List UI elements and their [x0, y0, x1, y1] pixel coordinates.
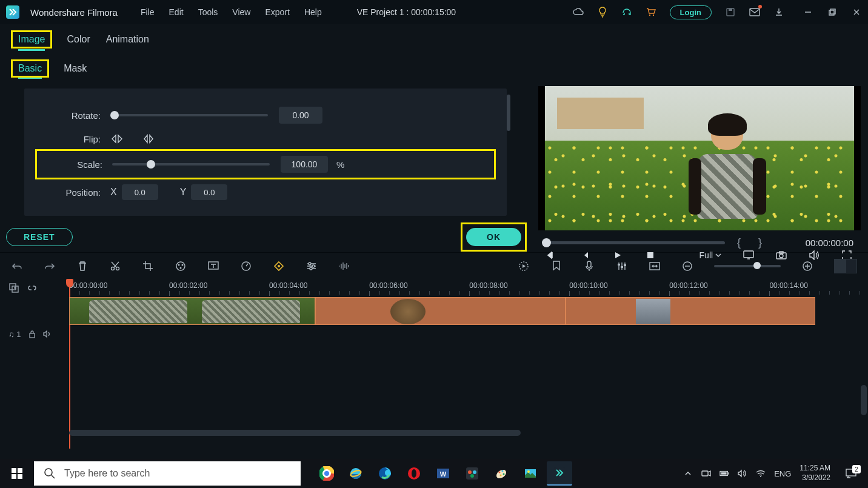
tray-notifications-icon[interactable]: 2: [839, 461, 863, 486]
display-icon[interactable]: [743, 249, 754, 261]
taskbar-resolve-icon[interactable]: [459, 461, 485, 486]
taskbar-ie-icon[interactable]: [343, 461, 369, 486]
undo-icon[interactable]: [11, 260, 23, 272]
clip-3[interactable]: [566, 297, 816, 325]
pos-x-value[interactable]: 0.0: [122, 184, 158, 200]
adjust-icon[interactable]: [305, 260, 318, 272]
svg-text:W: W: [440, 470, 447, 478]
preview-seekbar[interactable]: [543, 241, 725, 244]
color-icon[interactable]: [175, 260, 187, 272]
menu-view[interactable]: View: [232, 7, 250, 17]
tray-lang[interactable]: ENG: [774, 469, 791, 478]
redo-icon[interactable]: [44, 260, 56, 272]
render-icon[interactable]: [518, 260, 530, 272]
scale-slider[interactable]: [112, 163, 270, 165]
cut-icon[interactable]: [109, 260, 121, 272]
taskbar-photos-icon[interactable]: [518, 461, 543, 486]
menu-export[interactable]: Export: [265, 7, 289, 17]
tray-volume-icon[interactable]: [738, 469, 747, 478]
svg-point-56: [502, 470, 504, 472]
tray-battery-icon[interactable]: [719, 469, 729, 478]
taskbar-opera-icon[interactable]: [401, 461, 427, 486]
menu-edit[interactable]: Edit: [169, 7, 184, 17]
timeline-view-toggle[interactable]: [834, 259, 857, 273]
audio-track[interactable]: [69, 353, 863, 379]
quality-select[interactable]: Full: [699, 250, 722, 260]
zoom-in-icon[interactable]: [801, 260, 813, 272]
reset-button[interactable]: RESET: [6, 228, 73, 246]
taskbar-paint-icon[interactable]: [489, 461, 514, 486]
svg-line-38: [52, 475, 55, 478]
fit-icon[interactable]: [649, 260, 661, 272]
preview-canvas[interactable]: [538, 86, 861, 230]
snapshot-icon[interactable]: [776, 249, 787, 261]
maximize-icon[interactable]: [827, 7, 838, 18]
tab-animation[interactable]: Animation: [106, 29, 149, 50]
subtab-basic[interactable]: Basic: [18, 59, 42, 79]
text-icon[interactable]: [207, 260, 219, 272]
clip-2[interactable]: [315, 297, 566, 325]
mail-icon[interactable]: [749, 7, 760, 18]
mic-icon[interactable]: [583, 260, 595, 272]
idea-icon[interactable]: [597, 7, 608, 18]
headset-icon[interactable]: [621, 7, 632, 18]
marker-icon[interactable]: [550, 260, 563, 272]
ok-button[interactable]: OK: [466, 228, 521, 246]
scale-value[interactable]: 100.00: [281, 156, 328, 173]
zoom-out-icon[interactable]: [681, 260, 693, 272]
tray-wifi-icon[interactable]: [756, 469, 766, 478]
tray-meet-icon[interactable]: [701, 469, 711, 478]
svg-point-55: [499, 472, 501, 473]
pos-y-value[interactable]: 0.0: [191, 184, 227, 200]
timeline-hscroll[interactable]: [69, 430, 521, 436]
download-icon[interactable]: [773, 7, 784, 18]
tray-clock[interactable]: 11:25 AM 3/9/2022: [800, 464, 830, 483]
zoom-slider[interactable]: [714, 265, 781, 267]
cart-icon[interactable]: [646, 7, 656, 18]
clip-1[interactable]: [69, 297, 315, 325]
flip-vertical-icon[interactable]: [142, 133, 155, 144]
mixer-icon[interactable]: [616, 260, 628, 272]
svg-point-21: [278, 265, 280, 267]
rotate-slider[interactable]: [110, 114, 268, 116]
svg-rect-8: [647, 252, 653, 258]
keyframe-icon[interactable]: [273, 260, 285, 272]
save-icon[interactable]: [725, 7, 736, 18]
taskbar-edge-icon[interactable]: [372, 461, 398, 486]
svg-point-57: [503, 473, 505, 475]
svg-point-18: [180, 267, 182, 269]
tab-image[interactable]: Image: [18, 29, 45, 51]
video-track[interactable]: [69, 297, 863, 326]
minimize-icon[interactable]: [803, 7, 813, 18]
subtab-mask[interactable]: Mask: [64, 59, 87, 78]
properties-panel: Rotate: 0.00 Flip: Scale: 100.00 %: [0, 82, 531, 252]
taskbar-chrome-icon[interactable]: [314, 461, 339, 486]
audio-wave-icon[interactable]: [338, 260, 350, 272]
flip-horizontal-icon[interactable]: [110, 133, 124, 144]
position-label: Position:: [42, 187, 101, 198]
start-button[interactable]: [0, 459, 34, 488]
inout-brackets[interactable]: { }: [737, 236, 769, 249]
lock-icon[interactable]: [28, 330, 36, 338]
link-icon[interactable]: [27, 284, 38, 292]
mute-icon[interactable]: [43, 330, 52, 338]
menu-file[interactable]: File: [141, 7, 155, 17]
taskbar-filmora-icon[interactable]: [547, 461, 572, 486]
timeline-ruler[interactable]: 00:00:00:0000:00:02:0000:00:04:0000:00:0…: [69, 279, 863, 297]
menu-tools[interactable]: Tools: [198, 7, 218, 17]
tab-color[interactable]: Color: [67, 29, 90, 50]
login-button[interactable]: Login: [670, 5, 712, 19]
crop-icon[interactable]: [142, 260, 154, 272]
taskbar-word-icon[interactable]: W: [430, 461, 456, 486]
timeline-vscroll[interactable]: [861, 385, 867, 415]
cloud-icon[interactable]: [573, 7, 584, 18]
close-icon[interactable]: [851, 7, 862, 18]
rotate-value[interactable]: 0.00: [279, 107, 322, 124]
menu-help[interactable]: Help: [304, 7, 322, 17]
panel-scrollbar[interactable]: [507, 95, 510, 131]
speed-icon[interactable]: [240, 260, 252, 272]
tray-chevron-icon[interactable]: [683, 469, 693, 478]
add-track-icon[interactable]: [8, 282, 19, 293]
delete-icon[interactable]: [76, 260, 88, 272]
taskbar-search[interactable]: Type here to search: [34, 461, 301, 486]
